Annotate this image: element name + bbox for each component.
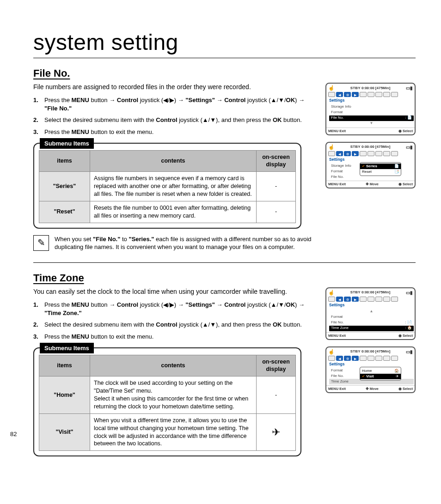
hand-icon: ☝	[328, 85, 335, 91]
th-osd: on-screen display	[257, 355, 296, 376]
step-1: Press the MENU button → Control joystick…	[33, 301, 317, 317]
page-number: 82	[10, 430, 17, 438]
submenu-items-file-no: Submenu Items items contents on-screen d…	[33, 143, 301, 229]
step-1: Press the MENU button → Control joystick…	[33, 96, 317, 112]
th-items: items	[39, 150, 90, 172]
osd-submenu-popup: ✔Series📄 Reset📑	[360, 162, 401, 176]
gear-icon: ⚙	[344, 92, 351, 97]
note-text: When you set "File No." to "Series." eac…	[55, 235, 317, 251]
table-row: "Series" Assigns file numbers in sequenc…	[39, 172, 296, 201]
intro-time-zone: You can easily set the clock to the loca…	[33, 287, 317, 296]
osd-submenu-popup: Home🏠 ✔Visit✈	[360, 367, 401, 381]
table-row: "Home" The clock will be used according …	[39, 376, 296, 414]
submenu-items-time-zone: Submenu Items items contents on-screen d…	[33, 347, 301, 457]
airplane-icon: ✈	[257, 413, 296, 451]
step-3: Press the MENU button to exit the menu.	[33, 128, 317, 136]
osd-screenshot-timezone-2: ☝ STBY 0:00:00 [475Min] ▭▮ ◀⚙▶ Settings …	[325, 346, 416, 393]
airplane-icon: ✈	[396, 374, 399, 379]
th-contents: contents	[90, 355, 257, 376]
step-2: Select the desired submenu item with the…	[33, 116, 317, 124]
section-heading-time-zone: Time Zone	[33, 271, 416, 285]
th-osd: on-screen display	[257, 150, 296, 172]
steps-file-no: Press the MENU button → Control joystick…	[33, 96, 317, 136]
steps-time-zone: Press the MENU button → Control joystick…	[33, 301, 317, 340]
submenu-label: Submenu Items	[40, 343, 94, 354]
osd-screenshot-timezone-1: ☝ STBY 0:00:00 [475Min] ▭▮ ◀⚙▶ Settings …	[325, 287, 416, 340]
battery-icon: ▭▮	[406, 85, 413, 91]
note-icon: ✎	[33, 235, 49, 251]
step-2: Select the desired submenu item with the…	[33, 321, 317, 329]
osd-screenshot-fileno-1: ☝ STBY 0:00:00 [475Min] ▭▮ ◀⚙▶ Settings …	[325, 83, 416, 135]
section-heading-file-no: File No.	[33, 67, 416, 80]
table-row: "Reset" Resets the file number to 0001 e…	[39, 201, 296, 223]
step-3: Press the MENU button to exit the menu.	[33, 333, 317, 341]
table-row: "Visit" When you visit a different time …	[39, 413, 296, 451]
home-icon: 🏠	[394, 369, 399, 374]
th-items: items	[39, 355, 90, 376]
th-contents: contents	[90, 150, 257, 172]
submenu-label: Submenu Items	[40, 138, 94, 149]
osd-screenshot-fileno-2: ☝ STBY 0:00:00 [475Min] ▭▮ ◀⚙▶ Settings …	[325, 142, 416, 188]
intro-file-no: File numbers are assigned to recorded fi…	[33, 83, 317, 91]
chapter-title: system setting	[33, 28, 416, 58]
